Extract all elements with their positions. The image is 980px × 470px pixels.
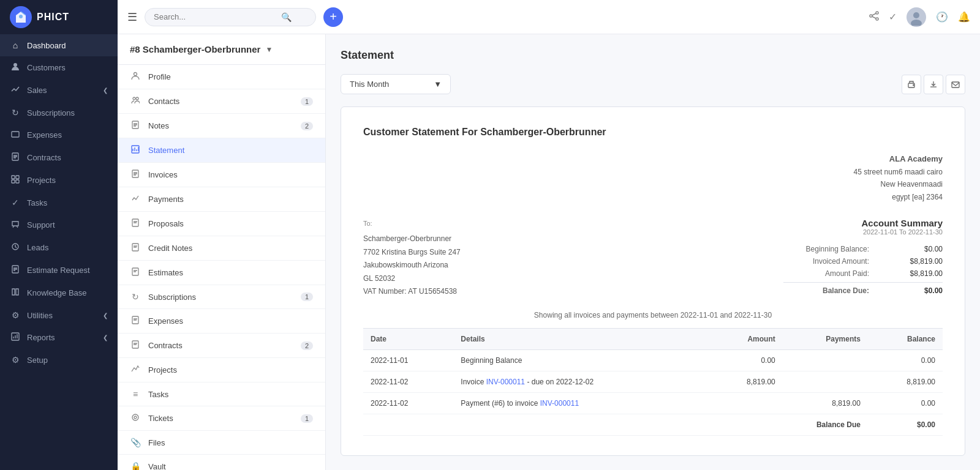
- sub-menu-estimates[interactable]: Estimates: [118, 261, 325, 285]
- hamburger-button[interactable]: ☰: [127, 10, 137, 24]
- sidebar-item-customers[interactable]: Customers: [0, 56, 118, 79]
- proposals-icon: [130, 218, 141, 229]
- sub-menu-files[interactable]: 📎 Files: [118, 431, 325, 455]
- print-button[interactable]: [902, 75, 921, 94]
- row-details: Invoice INV-000011 - due on 2022-12-02: [453, 371, 707, 393]
- sidebar-item-tasks[interactable]: ✓ Tasks: [0, 192, 118, 214]
- sub-menu-profile[interactable]: Profile: [118, 65, 325, 89]
- add-button[interactable]: +: [323, 7, 343, 27]
- check-icon[interactable]: ✓: [889, 11, 897, 23]
- sales-arrow-icon: ❮: [103, 87, 108, 94]
- sub-menu-label: Files: [148, 438, 165, 447]
- share-icon[interactable]: [869, 11, 879, 23]
- sub-menu-tickets[interactable]: Tickets 1: [118, 406, 325, 431]
- row-amount: 0.00: [708, 350, 783, 371]
- account-summary-date: 2022-11-01 To 2022-11-30: [783, 228, 943, 236]
- sub-menu-label: Subscriptions: [148, 293, 196, 302]
- sidebar-item-reports[interactable]: Reports ❮: [0, 326, 118, 349]
- expenses-icon: [10, 130, 21, 140]
- content: #8 Schamberger-Oberbrunner ▼ Profile Con…: [118, 34, 980, 470]
- svg-rect-32: [952, 82, 959, 88]
- bell-icon[interactable]: 🔔: [958, 11, 970, 23]
- to-address1: 7702 Kristina Burgs Suite 247: [363, 246, 461, 259]
- support-icon: [10, 220, 21, 230]
- customers-icon: [10, 62, 21, 73]
- row-date: 2022-11-02: [363, 371, 453, 393]
- table-row: 2022-11-02 Payment (#6) to invoice INV-0…: [363, 393, 943, 414]
- customer-name: #8 Schamberger-Oberbrunner: [130, 44, 260, 54]
- dashboard-icon: ⌂: [10, 40, 21, 50]
- sub-menu-notes[interactable]: Notes 2: [118, 114, 325, 138]
- sidebar-item-estimate-request[interactable]: Estimate Request: [0, 259, 118, 282]
- to-address2: Jakubowskimouth Arizona: [363, 259, 461, 272]
- sub-projects-icon: [130, 365, 141, 375]
- to-address3: GL 52032: [363, 272, 461, 286]
- sub-menu-label: Invoices: [148, 170, 178, 179]
- svg-point-0: [19, 15, 23, 18]
- email-button[interactable]: [946, 75, 965, 94]
- sidebar-item-utilities[interactable]: ⚙ Utilities ❮: [0, 304, 118, 326]
- sidebar-item-label: Sales: [27, 86, 47, 95]
- sidebar-item-leads[interactable]: Leads: [0, 236, 118, 259]
- sub-menu-label: Statement: [148, 146, 184, 155]
- row-details: Payment (#6) to invoice INV-000011: [453, 393, 707, 414]
- sidebar-item-dashboard[interactable]: ⌂ Dashboard: [0, 34, 118, 56]
- download-button[interactable]: [924, 75, 943, 94]
- svg-point-28: [132, 414, 138, 420]
- row-date: 2022-11-02: [363, 393, 453, 414]
- panel-title: Statement: [341, 49, 965, 62]
- invoice-link[interactable]: INV-000011: [540, 399, 579, 408]
- sub-menu-credit-notes[interactable]: Credit Notes: [118, 236, 325, 261]
- sub-menu-contracts[interactable]: Contracts 2: [118, 334, 325, 358]
- invoice-link[interactable]: INV-000011: [486, 378, 525, 386]
- sub-menu-subscriptions[interactable]: ↻ Subscriptions 1: [118, 285, 325, 309]
- sub-menu-label: Notes: [148, 121, 169, 130]
- svg-rect-7: [16, 180, 19, 183]
- balance-due-label: Balance Due: [363, 414, 868, 436]
- sidebar-item-support[interactable]: Support: [0, 214, 118, 236]
- statement-controls: This Month ▼: [341, 74, 965, 94]
- sidebar-item-projects[interactable]: Projects: [0, 169, 118, 192]
- summary-value: $0.00: [894, 286, 943, 295]
- sub-menu-proposals[interactable]: Proposals: [118, 212, 325, 236]
- subscriptions-icon: ↻: [10, 108, 21, 118]
- sub-menu-projects[interactable]: Projects: [118, 358, 325, 382]
- sub-subscriptions-icon: ↻: [130, 292, 141, 302]
- sub-menu-vault[interactable]: 🔒 Vault: [118, 455, 325, 470]
- avatar[interactable]: [907, 7, 926, 27]
- sub-menu-tasks[interactable]: ≡ Tasks: [118, 382, 325, 406]
- company-name: ALA Academy: [854, 152, 943, 166]
- sidebar-item-setup[interactable]: ⚙ Setup: [0, 349, 118, 371]
- sidebar-item-label: Setup: [27, 356, 48, 365]
- account-summary-title: Account Summary: [783, 218, 943, 228]
- sub-menu-payments[interactable]: Payments: [118, 187, 325, 212]
- sidebar-item-contracts[interactable]: Contracts: [0, 146, 118, 169]
- sidebar-item-expenses[interactable]: Expenses: [0, 124, 118, 146]
- sub-menu-statement[interactable]: Statement: [118, 138, 325, 163]
- company-address1: 45 street num6 maadi cairo: [854, 166, 943, 178]
- sub-sidebar: #8 Schamberger-Oberbrunner ▼ Profile Con…: [118, 34, 326, 470]
- showing-text: Showing all invoices and payments betwee…: [363, 311, 943, 319]
- row-amount: 8,819.00: [708, 371, 783, 393]
- sub-menu-invoices[interactable]: Invoices: [118, 163, 325, 187]
- tickets-badge: 1: [301, 414, 313, 423]
- sidebar-item-label: Expenses: [27, 130, 62, 140]
- sidebar-item-label: Estimate Request: [27, 266, 90, 275]
- summary-label: Beginning Balance:: [783, 245, 869, 253]
- summary-value: $8,819.00: [894, 257, 943, 266]
- svg-point-18: [133, 97, 135, 100]
- sub-menu-contacts[interactable]: Contacts 1: [118, 89, 325, 114]
- search-input[interactable]: [154, 12, 276, 21]
- sidebar-item-knowledge-base[interactable]: Knowledge Base: [0, 282, 118, 304]
- sub-expenses-icon: [130, 316, 141, 326]
- chevron-down-icon[interactable]: ▼: [265, 45, 273, 54]
- month-filter[interactable]: This Month ▼: [341, 74, 451, 94]
- sub-menu-expenses[interactable]: Expenses: [118, 309, 325, 334]
- svg-point-1: [13, 63, 17, 67]
- profile-icon: [130, 72, 141, 82]
- sidebar-item-subscriptions[interactable]: ↻ Subscriptions: [0, 102, 118, 124]
- sidebar-item-sales[interactable]: Sales ❮: [0, 79, 118, 102]
- company-address2: New Heavenmaadi: [854, 178, 943, 190]
- row-details: Beginning Balance: [453, 350, 707, 371]
- clock-icon[interactable]: 🕐: [936, 11, 948, 23]
